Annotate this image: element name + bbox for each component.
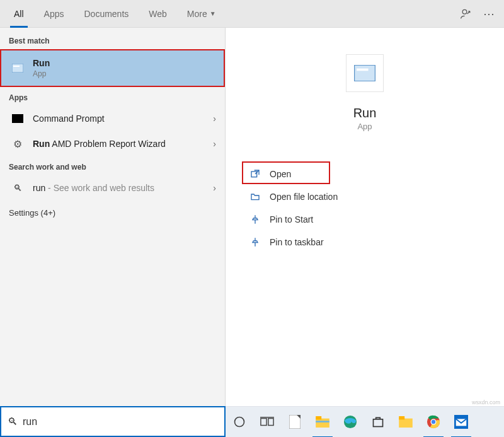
- more-options-icon[interactable]: ⋯: [478, 3, 500, 25]
- search-input[interactable]: [23, 416, 218, 428]
- search-icon: 🔍︎: [8, 416, 18, 428]
- svg-rect-17: [399, 419, 413, 428]
- cmd-icon: [9, 114, 26, 123]
- result-amd-label: Run AMD Problem Report Wizard: [33, 139, 166, 149]
- result-run-amd-wizard[interactable]: ⚙ Run AMD Problem Report Wizard ›: [0, 131, 225, 156]
- svg-rect-7: [261, 419, 266, 426]
- svg-point-6: [235, 417, 244, 427]
- action-list: Open Open file location Pin to Start Pin…: [247, 163, 504, 253]
- action-pin-to-taskbar[interactable]: Pin to taskbar: [247, 231, 504, 253]
- taskbar-task-view[interactable]: [253, 407, 281, 438]
- svg-rect-18: [399, 416, 404, 419]
- pin-start-icon: [247, 214, 263, 224]
- result-web-label: run - See work and web results: [33, 183, 154, 193]
- action-open-loc-label: Open file location: [270, 192, 338, 202]
- open-icon: [247, 169, 263, 179]
- tab-apps[interactable]: Apps: [34, 0, 74, 28]
- chevron-right-icon: ›: [213, 139, 216, 149]
- search-icon-small: 🔍︎: [9, 183, 26, 193]
- svg-rect-13: [316, 416, 321, 419]
- caret-down-icon: ▼: [210, 10, 216, 17]
- tab-more-label: More: [187, 9, 207, 19]
- tab-more[interactable]: More▼: [177, 0, 226, 28]
- folder-icon: [247, 192, 263, 202]
- detail-panel: Run App Open Open file location Pin: [226, 28, 504, 406]
- feedback-icon[interactable]: [455, 3, 478, 25]
- search-bar[interactable]: 🔍︎: [0, 406, 226, 437]
- svg-rect-1: [12, 64, 23, 73]
- taskbar-folder[interactable]: [392, 407, 420, 438]
- run-icon: [9, 64, 26, 73]
- section-search-web: Search work and web: [0, 156, 225, 175]
- gear-icon-1: ⚙: [9, 138, 26, 150]
- action-open-file-location[interactable]: Open file location: [247, 185, 504, 208]
- result-command-prompt[interactable]: Command Prompt ›: [0, 106, 225, 131]
- svg-rect-3: [354, 65, 375, 81]
- search-tabs: All Apps Documents Web More▼ ⋯: [0, 0, 504, 28]
- action-pin-taskbar-label: Pin to taskbar: [270, 237, 324, 247]
- tab-documents[interactable]: Documents: [74, 0, 139, 28]
- action-open[interactable]: Open: [247, 163, 504, 185]
- tab-web[interactable]: Web: [139, 0, 177, 28]
- detail-subtitle: App: [226, 122, 504, 131]
- result-web-run[interactable]: 🔍︎ run - See work and web results ›: [0, 175, 225, 201]
- taskbar-edge[interactable]: [336, 407, 364, 438]
- taskbar-cortana[interactable]: [226, 407, 253, 438]
- action-pin-to-start[interactable]: Pin to Start: [247, 208, 504, 231]
- taskbar-file-explorer[interactable]: [309, 407, 336, 438]
- taskbar-store[interactable]: [364, 407, 392, 438]
- taskbar-libreoffice[interactable]: [281, 407, 309, 438]
- svg-rect-12: [316, 419, 329, 428]
- svg-point-0: [462, 9, 467, 14]
- svg-rect-5: [251, 172, 257, 177]
- section-apps: Apps: [0, 87, 225, 106]
- svg-point-21: [432, 420, 435, 424]
- result-run-title: Run: [33, 58, 50, 68]
- detail-run-icon: [346, 54, 384, 92]
- result-cmd-label: Command Prompt: [33, 114, 105, 124]
- tab-all[interactable]: All: [4, 0, 34, 28]
- results-panel: Best match Run App Apps Command Prompt ›…: [0, 28, 226, 406]
- watermark: wsxdn.com: [472, 399, 500, 405]
- action-pin-start-label: Pin to Start: [270, 214, 313, 224]
- detail-title: Run: [226, 106, 504, 120]
- svg-rect-4: [357, 69, 369, 71]
- svg-rect-14: [316, 421, 329, 422]
- result-run-subtitle: App: [33, 69, 50, 78]
- result-run[interactable]: Run App: [0, 49, 225, 87]
- section-best-match: Best match: [0, 30, 225, 49]
- chevron-right-icon: ›: [213, 114, 216, 124]
- svg-rect-8: [268, 419, 273, 426]
- taskbar-mail[interactable]: [447, 407, 475, 438]
- svg-rect-16: [374, 419, 383, 427]
- action-open-label: Open: [270, 169, 291, 179]
- chevron-right-icon: ›: [213, 183, 216, 193]
- svg-rect-2: [13, 66, 20, 67]
- settings-results-link[interactable]: Settings (4+): [0, 201, 225, 225]
- taskbar-chrome[interactable]: [420, 407, 447, 438]
- pin-taskbar-icon: [247, 237, 263, 247]
- taskbar: [226, 406, 504, 437]
